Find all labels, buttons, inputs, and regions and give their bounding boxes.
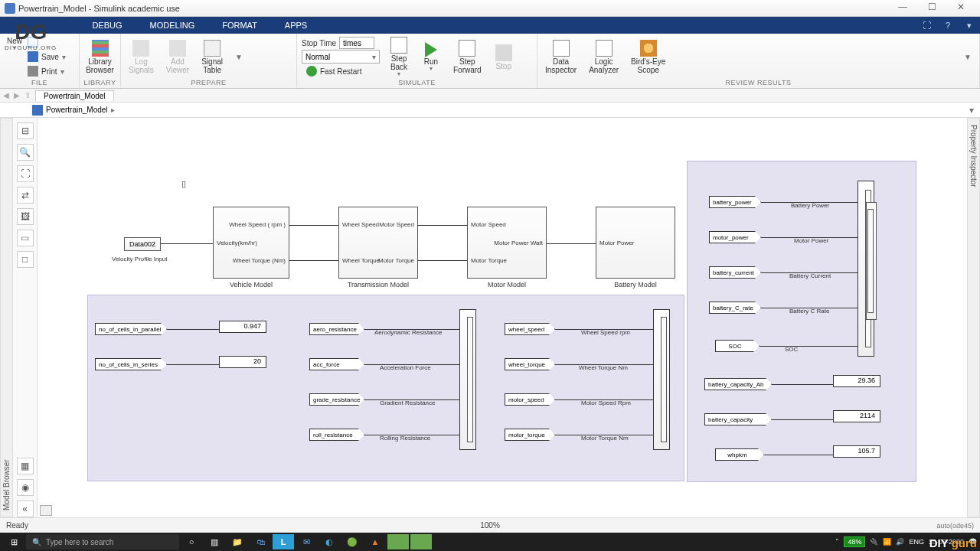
add-viewer-button[interactable]: Add Viewer — [162, 35, 194, 79]
display-battery-cap-ah[interactable]: 29.36 — [833, 375, 880, 387]
subsystem-motor-model[interactable]: Motor Speed Motor Torque Motor Power Wat… — [467, 207, 547, 279]
from-tag-wheel-speed[interactable]: wheel_speed — [505, 323, 555, 335]
display-cells-series[interactable]: 20 — [219, 356, 266, 368]
matlab-icon[interactable]: ▲ — [364, 534, 386, 549]
open-dropdown[interactable] — [23, 35, 76, 49]
from-tag-battery-power[interactable]: battery_power — [709, 196, 761, 208]
annotation-region-left[interactable] — [87, 295, 684, 481]
camtasia-icon[interactable] — [387, 534, 409, 549]
birds-eye-scope-button[interactable]: Bird's-Eye Scope — [626, 35, 670, 79]
power-icon[interactable]: 🔌 — [870, 538, 878, 546]
from-tag-whpkm[interactable]: whpkm — [715, 448, 764, 461]
status-zoom[interactable]: 100% — [480, 521, 500, 530]
tab-modeling[interactable]: MODELING — [136, 17, 209, 34]
from-tag-motor-speed[interactable]: motor_speed — [505, 393, 555, 406]
explorer-icon[interactable]: 📁 — [227, 534, 248, 549]
chrome-icon[interactable]: 🟢 — [341, 534, 363, 549]
property-inspector-tab[interactable]: Property Inspector — [967, 118, 980, 517]
review-more-button[interactable]: ▼ — [959, 35, 976, 79]
model-tab[interactable]: Powertrain_Model — [35, 90, 114, 101]
stop-button[interactable]: Stop — [489, 35, 518, 79]
tab-apps[interactable]: APPS — [271, 17, 321, 34]
mail-icon[interactable]: ✉ — [296, 534, 317, 549]
minimize-button[interactable]: — — [888, 2, 917, 15]
palette-image-button[interactable]: 🖼 — [17, 208, 34, 225]
palette-collapse-button[interactable]: « — [17, 500, 34, 517]
subsystem-battery-model[interactable]: Motor Power Battery Model — [596, 207, 675, 279]
display-battery-cap[interactable]: 2114 — [833, 410, 880, 422]
close-button[interactable]: ✕ — [946, 2, 975, 15]
logic-analyzer-button[interactable]: Logic Analyzer — [584, 35, 623, 79]
from-tag-motor-torque[interactable]: motor_torque — [505, 429, 555, 441]
model-browser-tab[interactable]: Model Browser — [0, 118, 13, 517]
save-button[interactable]: Save▾ — [23, 50, 76, 64]
from-tag-soc[interactable]: SOC — [715, 340, 760, 352]
data-inspector-button[interactable]: Data Inspector — [541, 35, 581, 79]
sim-mode-select[interactable]: Normal▾ — [302, 50, 380, 64]
model-status-box[interactable] — [40, 505, 52, 516]
model-up-button[interactable]: ⇧ — [24, 91, 31, 99]
from-tag-grade[interactable]: grade_resistance — [309, 393, 364, 406]
fullscreen-button[interactable]: ⛶ — [916, 17, 937, 34]
canvas[interactable]: ▯ Data002 Velocity Profile Input Velocit… — [38, 118, 967, 517]
from-tag-motor-power[interactable]: motor_power — [709, 231, 761, 243]
wifi-icon[interactable]: 📶 — [883, 538, 891, 546]
step-back-button[interactable]: Step Back▼ — [384, 35, 413, 79]
palette-zoom-button[interactable]: 🔍 — [17, 144, 34, 161]
from-tag-acc[interactable]: acc_force — [309, 358, 364, 370]
collapse-ribbon-button[interactable]: ▾ — [959, 17, 980, 34]
log-signals-button[interactable]: Log Signals — [124, 35, 158, 79]
tab-debug[interactable]: DEBUG — [78, 17, 136, 34]
start-button[interactable]: ⊞ — [3, 534, 24, 549]
breadcrumb-root[interactable]: Powertrain_Model — [46, 106, 108, 114]
from-tag-battery-crate[interactable]: battery_C_rate — [709, 302, 761, 314]
palette-route-button[interactable]: ⇄ — [17, 187, 34, 204]
camtasia2-icon[interactable] — [410, 534, 432, 549]
library-browser-button[interactable]: Library Browser — [83, 35, 117, 79]
app-l-icon[interactable]: L — [273, 534, 294, 549]
from-tag-roll[interactable]: roll_resistance — [309, 429, 364, 441]
tab-format[interactable]: FORMAT — [208, 17, 271, 34]
palette-area-button[interactable]: ▭ — [17, 230, 34, 246]
fast-restart-button[interactable]: Fast Restart — [302, 64, 380, 78]
store-icon[interactable]: 🛍 — [250, 534, 271, 549]
subsystem-vehicle-model[interactable]: Velocity(km/hr) Wheel Speed ( rpm ) Whee… — [213, 207, 289, 279]
model-back-button[interactable]: ◀ — [3, 91, 9, 99]
signal-table-button[interactable]: Signal Table — [197, 35, 227, 79]
run-button[interactable]: Run▼ — [416, 35, 446, 79]
from-tag-battery-cap[interactable]: battery_capacity — [704, 413, 772, 425]
new-button[interactable]: New▼ — [5, 37, 24, 51]
step-forward-button[interactable]: Step Forward — [449, 35, 486, 79]
display-whpkm[interactable]: 105.7 — [833, 445, 880, 458]
palette-empty-button[interactable]: □ — [17, 251, 34, 268]
from-tag-battery-current[interactable]: battery_current — [709, 266, 761, 279]
from-workspace-block[interactable]: Data002 — [124, 237, 161, 251]
from-tag-wheel-torque[interactable]: wheel_torque — [505, 358, 555, 370]
tray-expand-icon[interactable]: ˄ — [835, 538, 839, 546]
from-tag-cells-series[interactable]: no_of_cells_in_series — [95, 358, 167, 370]
print-button[interactable]: Print▾ — [23, 64, 76, 78]
volume-icon[interactable]: 🔊 — [896, 538, 904, 546]
stop-time-field[interactable]: Stop Timetimes — [302, 37, 380, 49]
taskbar-search[interactable]: 🔍Type here to search — [26, 534, 179, 549]
annotation-region-right[interactable] — [687, 161, 916, 482]
scope-drivetrain[interactable] — [653, 309, 670, 450]
help-button[interactable]: ? — [937, 17, 959, 34]
breadcrumb-dropdown[interactable]: ▾ — [969, 105, 974, 116]
scope-battery-inner[interactable] — [866, 202, 877, 320]
scope-resistances[interactable] — [459, 309, 476, 450]
edge-icon[interactable]: ◐ — [318, 534, 340, 549]
cortana-icon[interactable]: ○ — [181, 534, 202, 549]
palette-hide-button[interactable]: ⊟ — [17, 122, 34, 139]
maximize-button[interactable]: ☐ — [917, 2, 946, 15]
from-tag-cells-parallel[interactable]: no_of_cells_in_parallel — [95, 323, 167, 335]
prepare-more-button[interactable]: ▼ — [230, 35, 247, 79]
display-cells-parallel[interactable]: 0.947 — [219, 321, 266, 333]
subsystem-transmission-model[interactable]: Wheel Speed Wheel Torque Motor Speed Mot… — [338, 207, 418, 279]
language-icon[interactable]: ENG — [909, 538, 924, 546]
palette-fit-button[interactable]: ⛶ — [17, 165, 34, 182]
task-view-icon[interactable]: ▥ — [204, 534, 225, 549]
palette-browser-button[interactable]: ▦ — [17, 458, 34, 474]
battery-icon[interactable]: 48% — [844, 536, 865, 547]
from-tag-battery-cap-ah[interactable]: battery_capacity_Ah — [704, 378, 772, 390]
